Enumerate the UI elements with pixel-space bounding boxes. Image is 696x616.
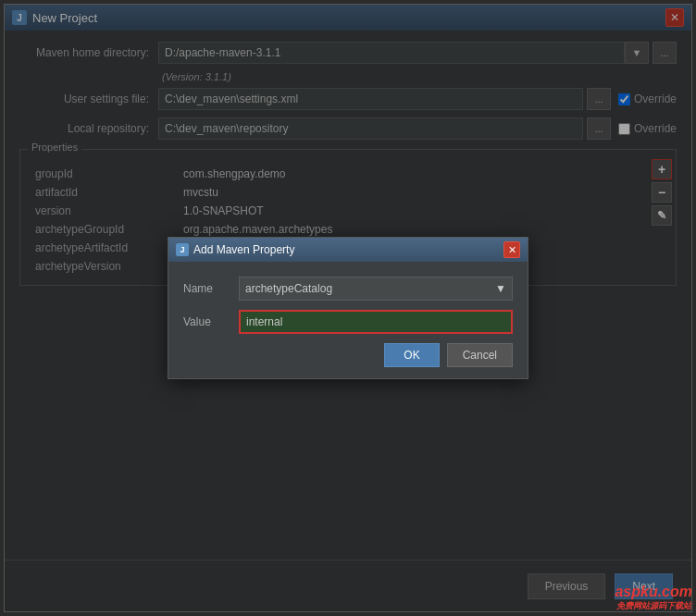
modal-window: J Add Maven Property ✕ Name archetypeCat…	[168, 237, 528, 379]
modal-close-button[interactable]: ✕	[503, 241, 520, 258]
modal-overlay: J Add Maven Property ✕ Name archetypeCat…	[5, 5, 691, 611]
main-window: J New Project ✕ Maven home directory: ▼ …	[4, 4, 692, 612]
modal-name-value: archetypeCatalog	[245, 282, 332, 295]
modal-buttons: OK Cancel	[183, 343, 513, 367]
modal-name-row: Name archetypeCatalog ▼	[183, 277, 513, 301]
modal-value-row: Value	[183, 310, 513, 334]
modal-name-select[interactable]: archetypeCatalog ▼	[239, 277, 513, 301]
modal-cancel-button[interactable]: Cancel	[447, 343, 513, 367]
modal-title: Add Maven Property	[193, 243, 294, 256]
watermark-site: aspku.com	[615, 584, 692, 599]
modal-name-dropdown-icon[interactable]: ▼	[495, 282, 506, 295]
modal-name-label: Name	[183, 282, 239, 295]
modal-value-input[interactable]	[239, 310, 513, 334]
modal-value-label: Value	[183, 315, 239, 328]
watermark-subtext: 免费网站源码下载站	[615, 600, 692, 612]
modal-content: Name archetypeCatalog ▼ Value OK Cancel	[168, 262, 528, 378]
modal-ok-button[interactable]: OK	[384, 343, 439, 367]
modal-title-bar: J Add Maven Property ✕	[168, 238, 528, 262]
modal-icon: J	[176, 243, 189, 256]
watermark: aspku.com 免费网站源码下载站	[615, 584, 692, 612]
modal-title-left: J Add Maven Property	[176, 243, 294, 256]
